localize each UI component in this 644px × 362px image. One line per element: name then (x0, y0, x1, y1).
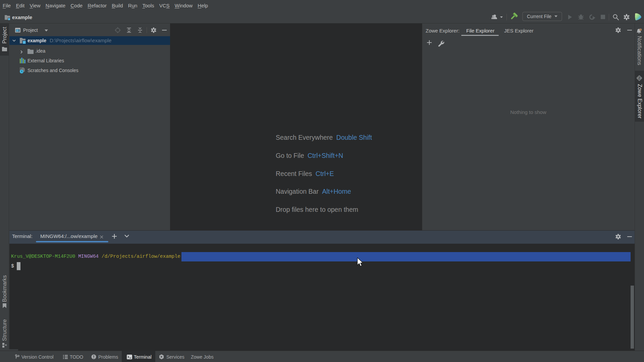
svg-text:Z: Z (638, 76, 640, 80)
svg-text:Current File: Current File (527, 14, 551, 19)
